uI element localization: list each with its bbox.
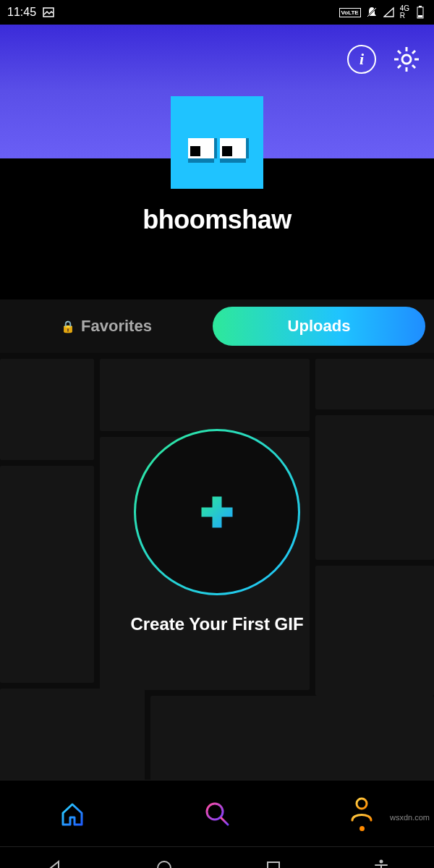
svg-rect-5 xyxy=(418,15,422,17)
circle-icon xyxy=(155,859,174,869)
svg-point-15 xyxy=(207,804,223,820)
svg-rect-19 xyxy=(268,862,279,869)
picture-icon xyxy=(42,6,55,19)
info-button[interactable]: i xyxy=(347,45,376,74)
tab-favorites[interactable]: 🔒 Favorites xyxy=(0,307,213,346)
lock-icon: 🔒 xyxy=(61,320,75,333)
accessibility-icon xyxy=(373,859,389,869)
svg-line-14 xyxy=(398,65,401,68)
grid-placeholder xyxy=(150,696,434,780)
back-icon xyxy=(46,859,64,869)
bottom-nav xyxy=(0,780,434,846)
sys-back-button[interactable] xyxy=(46,859,64,869)
network-label: 4GR xyxy=(400,5,409,20)
sys-home-button[interactable] xyxy=(155,859,174,869)
svg-point-6 xyxy=(402,55,411,64)
grid-placeholder xyxy=(0,689,145,780)
username: bhoomshaw xyxy=(142,205,292,235)
grid-placeholder xyxy=(100,359,310,431)
sys-accessibility-button[interactable] xyxy=(373,859,389,869)
battery-icon xyxy=(414,6,427,19)
signal-icon xyxy=(383,6,396,19)
profile-block: bhoomshaw xyxy=(0,96,434,235)
svg-point-20 xyxy=(379,859,383,863)
svg-point-17 xyxy=(357,799,367,809)
tab-uploads[interactable]: Uploads xyxy=(213,307,425,346)
nav-home[interactable] xyxy=(59,800,86,827)
svg-line-13 xyxy=(412,51,415,54)
watermark: wsxdn.com xyxy=(390,813,430,822)
tab-favorites-label: Favorites xyxy=(81,317,152,336)
plus-icon xyxy=(197,492,237,532)
svg-line-16 xyxy=(221,818,228,825)
svg-line-12 xyxy=(412,65,415,68)
profile-icon xyxy=(348,796,375,823)
settings-button[interactable] xyxy=(392,45,421,74)
gear-icon xyxy=(392,45,421,74)
home-icon xyxy=(59,800,86,827)
sys-recents-button[interactable] xyxy=(264,859,283,869)
system-nav-bar xyxy=(0,846,434,868)
search-icon xyxy=(203,800,231,827)
profile-tabs: 🔒 Favorites Uploads xyxy=(0,299,434,353)
uploads-grid: Create Your First GIF xyxy=(0,353,434,780)
svg-line-11 xyxy=(398,51,401,54)
nav-active-dot xyxy=(359,826,365,831)
status-bar: 11:45 VoLTE 4GR xyxy=(0,0,434,25)
create-gif-button[interactable] xyxy=(134,429,300,595)
grid-placeholder xyxy=(315,359,434,409)
avatar[interactable] xyxy=(171,96,263,189)
nav-search[interactable] xyxy=(203,800,231,827)
nav-profile[interactable] xyxy=(348,796,375,831)
create-gif-label: Create Your First GIF xyxy=(130,614,303,634)
svg-point-18 xyxy=(158,861,171,869)
svg-rect-4 xyxy=(419,6,422,7)
status-time: 11:45 xyxy=(7,6,36,19)
volte-icon: VoLTE xyxy=(339,8,361,17)
avatar-eyes-icon xyxy=(188,138,246,158)
tab-uploads-label: Uploads xyxy=(288,317,351,336)
square-icon xyxy=(264,859,283,869)
mute-icon xyxy=(365,6,378,19)
